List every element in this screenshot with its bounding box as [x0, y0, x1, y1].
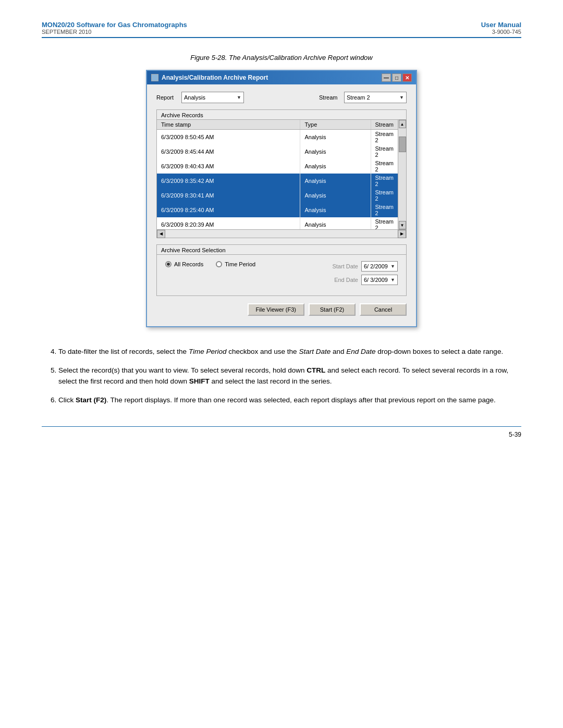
page: MON20/20 Software for Gas Chromatographs… [0, 0, 563, 728]
table-wrapper: Time stamp Type Stream 6/3/2009 8:50:45 … [157, 120, 406, 238]
table-header: Time stamp Type Stream [157, 120, 398, 130]
radio-period-circle[interactable] [216, 261, 222, 267]
cell-stream: Stream 2 [371, 217, 398, 229]
radio-all-records[interactable]: All Records [165, 261, 203, 267]
start-date-arrow: ▼ [390, 264, 395, 269]
cell-stream: Stream 2 [371, 188, 398, 203]
cell-stream: Stream 2 [371, 144, 398, 159]
close-button[interactable]: ✕ [402, 73, 412, 82]
start-date-label: Start Date [328, 263, 358, 269]
end-date-label: End Date [328, 277, 358, 283]
table-row[interactable]: 6/3/2009 8:30:41 AMAnalysisStream 2 [157, 188, 398, 203]
dialog-titlebar-left: Analysis/Calibration Archive Report [151, 74, 268, 81]
start-f2-ref: Start (F2) [76, 396, 106, 404]
stream-select[interactable]: Stream 2 ▼ [344, 92, 407, 103]
cell-time: 6/3/2009 8:30:41 AM [157, 188, 300, 203]
vertical-scrollbar[interactable]: ▲ ▼ [398, 120, 406, 229]
cell-time: 6/3/2009 8:50:45 AM [157, 130, 300, 145]
report-value: Analysis [184, 94, 205, 101]
cell-stream: Stream 2 [371, 203, 398, 217]
table-row[interactable]: 6/3/2009 8:25:40 AMAnalysisStream 2 [157, 203, 398, 217]
cell-time: 6/3/2009 8:35:42 AM [157, 174, 300, 188]
radio-period-label: Time Period [225, 261, 255, 267]
selection-group-label: Archive Record Selection [157, 245, 406, 255]
radio-time-period[interactable]: Time Period [216, 261, 255, 267]
table-row[interactable]: 6/3/2009 8:35:42 AMAnalysisStream 2 [157, 174, 398, 188]
header-right-title: User Manual [481, 21, 521, 29]
figure-caption: Figure 5-28. The Analysis/Calibration Ar… [42, 54, 521, 61]
stream-value: Stream 2 [347, 94, 370, 101]
dialog-body: Report Analysis ▼ Stream Stream 2 ▼ Arch… [147, 84, 416, 326]
header-right: User Manual 3-9000-745 [481, 21, 521, 35]
scroll-down-arrow[interactable]: ▼ [399, 221, 406, 229]
table-row[interactable]: 6/3/2009 8:40:43 AMAnalysisStream 2 [157, 159, 398, 174]
end-date-ref: End Date [346, 348, 375, 355]
shift-ref: SHIFT [189, 377, 210, 385]
start-date-input[interactable]: 6/ 2/2009 ▼ [361, 261, 398, 272]
instruction-4: To date-filter the list of records, sele… [58, 346, 521, 357]
cell-stream: Stream 2 [371, 130, 398, 145]
start-date-value: 6/ 2/2009 [364, 263, 388, 269]
report-stream-row: Report Analysis ▼ Stream Stream 2 ▼ [156, 92, 407, 103]
end-date-value: 6/ 3/2009 [364, 277, 388, 283]
hscroll-left-arrow[interactable]: ◀ [157, 230, 165, 238]
header-left-subtitle: SEPTEMBER 2010 [42, 29, 187, 35]
archive-records-label: Archive Records [157, 110, 406, 120]
col-stream: Stream [371, 120, 398, 130]
instruction-6: Click Start (F2). The report displays. I… [58, 394, 521, 406]
radio-all-label: All Records [174, 261, 203, 267]
end-date-row: End Date 6/ 3/2009 ▼ [328, 275, 398, 285]
dialog-titlebar: Analysis/Calibration Archive Report — □ … [147, 71, 416, 84]
selection-body: All Records Time Period Start Date [157, 255, 406, 295]
report-select-arrow: ▼ [237, 95, 241, 100]
footer-divider [42, 426, 521, 427]
cell-time: 6/3/2009 8:45:44 AM [157, 144, 300, 159]
start-date-row: Start Date 6/ 2/2009 ▼ [328, 261, 398, 272]
cell-type: Analysis [300, 159, 371, 174]
cancel-button[interactable]: Cancel [360, 303, 407, 316]
table-scroll[interactable]: Time stamp Type Stream 6/3/2009 8:50:45 … [157, 120, 398, 229]
scrollbar-thumb[interactable] [399, 137, 406, 152]
cell-time: 6/3/2009 8:40:43 AM [157, 159, 300, 174]
cell-time: 6/3/2009 8:25:40 AM [157, 203, 300, 217]
report-select[interactable]: Analysis ▼ [181, 92, 244, 103]
cell-type: Analysis [300, 144, 371, 159]
table-row[interactable]: 6/3/2009 8:45:44 AMAnalysisStream 2 [157, 144, 398, 159]
instruction-5: Select the record(s) that you want to vi… [58, 365, 521, 387]
dialog-window: Analysis/Calibration Archive Report — □ … [146, 70, 417, 327]
footer-page-number: 5-39 [42, 431, 521, 438]
header-divider [42, 37, 521, 38]
cell-stream: Stream 2 [371, 159, 398, 174]
cell-type: Analysis [300, 203, 371, 217]
cell-stream: Stream 2 [371, 174, 398, 188]
hscroll-bar[interactable] [165, 230, 398, 238]
cell-type: Analysis [300, 130, 371, 145]
instructions-list: To date-filter the list of records, sele… [42, 346, 521, 405]
stream-select-arrow: ▼ [399, 95, 404, 100]
table-body[interactable]: 6/3/2009 8:50:45 AMAnalysisStream 26/3/2… [157, 130, 398, 230]
dialog-title-text: Analysis/Calibration Archive Report [162, 74, 268, 81]
start-button[interactable]: Start (F2) [309, 303, 356, 316]
restore-button[interactable]: □ [392, 73, 401, 82]
table-row[interactable]: 6/3/2009 8:50:45 AMAnalysisStream 2 [157, 130, 398, 145]
cell-time: 6/3/2009 8:20:39 AM [157, 217, 300, 229]
buttons-row: File Viewer (F3) Start (F2) Cancel [156, 303, 407, 319]
header-left-title: MON20/20 Software for Gas Chromatographs [42, 21, 187, 29]
radio-all-circle[interactable] [165, 261, 172, 267]
archive-table: Time stamp Type Stream 6/3/2009 8:50:45 … [157, 120, 398, 229]
end-date-input[interactable]: 6/ 3/2009 ▼ [361, 275, 398, 285]
table-content: Time stamp Type Stream 6/3/2009 8:50:45 … [157, 120, 406, 229]
hscroll-right-arrow[interactable]: ▶ [398, 230, 406, 238]
file-viewer-button[interactable]: File Viewer (F3) [248, 303, 304, 316]
table-row[interactable]: 6/3/2009 8:20:39 AMAnalysisStream 2 [157, 217, 398, 229]
radio-row: All Records Time Period [165, 261, 255, 267]
figure-label: Figure 5-28. [190, 54, 227, 61]
minimize-button[interactable]: — [382, 73, 391, 82]
horizontal-scrollbar[interactable]: ◀ ▶ [157, 229, 406, 238]
page-header: MON20/20 Software for Gas Chromatographs… [42, 21, 521, 35]
body-text: To date-filter the list of records, sele… [42, 346, 521, 405]
scroll-up-arrow[interactable]: ▲ [399, 120, 406, 128]
report-label: Report [156, 94, 176, 101]
dialog-controls[interactable]: — □ ✕ [382, 73, 412, 82]
ctrl-ref: CTRL [307, 366, 325, 374]
